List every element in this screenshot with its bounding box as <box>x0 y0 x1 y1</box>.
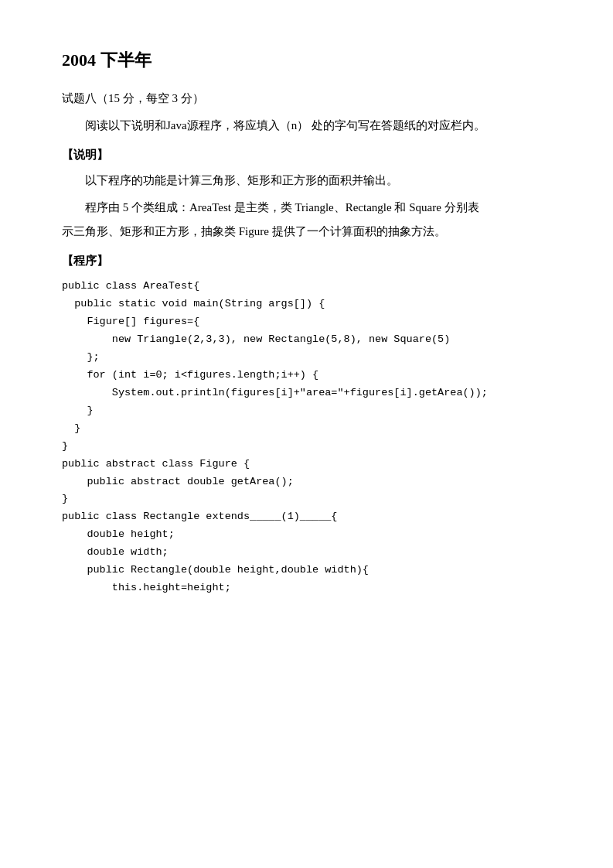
code-line-18: this.height=height; <box>62 579 559 597</box>
page-title: 2004 下半年 <box>62 46 559 73</box>
code-line-16: double width; <box>62 544 559 562</box>
code-line-15: double height; <box>62 526 559 544</box>
program-label: 【程序】 <box>62 251 559 270</box>
code-line-5: }; <box>62 349 559 367</box>
explanation-desc2: 程序由 5 个类组成：AreaTest 是主类，类 Triangle、Recta… <box>85 197 559 218</box>
code-line-6: for (int i=0; i<figures.length;i++) { <box>62 367 559 384</box>
code-line-11: public abstract class Figure { <box>62 456 559 473</box>
code-line-17: public Rectangle(double height,double wi… <box>62 562 559 579</box>
code-line-12: public abstract double getArea(); <box>62 473 559 491</box>
code-line-3: Figure[] figures={ <box>62 313 559 331</box>
code-line-1: public class AreaTest{ <box>62 278 559 296</box>
code-line-2: public static void main(String args[]) { <box>62 296 559 313</box>
explanation-desc3: 示三角形、矩形和正方形，抽象类 Figure 提供了一个计算面积的抽象方法。 <box>62 221 559 242</box>
code-line-13: } <box>62 490 559 508</box>
code-line-9: } <box>62 420 559 438</box>
code-line-10: } <box>62 438 559 456</box>
instruction-intro: 阅读以下说明和Java源程序，将应填入（n） 处的字句写在答题纸的对应栏内。 <box>85 115 559 136</box>
exam-label: 试题八（15 分，每空 3 分） <box>62 89 559 108</box>
explanation-desc1: 以下程序的功能是计算三角形、矩形和正方形的面积并输出。 <box>85 170 559 191</box>
code-line-14: public class Rectangle extends_____(1)__… <box>62 508 559 526</box>
explanation-label: 【说明】 <box>62 145 559 164</box>
code-line-4: new Triangle(2,3,3), new Rectangle(5,8),… <box>62 331 559 349</box>
code-line-8: } <box>62 402 559 420</box>
code-block: public class AreaTest{ public static voi… <box>62 278 559 597</box>
code-line-7: System.out.println(figures[i]+"area="+fi… <box>62 384 559 402</box>
